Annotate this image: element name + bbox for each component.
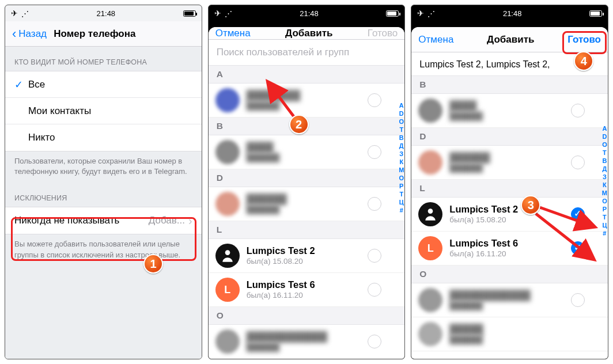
select-radio[interactable]	[368, 283, 381, 297]
avatar	[418, 322, 442, 346]
index-letter[interactable]: #	[400, 207, 403, 214]
airplane-icon	[11, 9, 18, 18]
index-letter[interactable]: М	[602, 189, 607, 196]
contact-lumpics2[interactable]: Lumpics Test 2 был(а) 15.08.20	[411, 198, 608, 232]
contact-name: Lumpics Test 6	[247, 279, 361, 291]
index-letter[interactable]: Ц	[602, 222, 607, 229]
section-D: D	[411, 128, 608, 146]
screen-add-users-selected: ⋰ 21:48 Отмена Добавить Готово Lumpics T…	[411, 5, 608, 359]
avatar	[215, 329, 240, 354]
option-contacts-label: Мои контакты	[28, 105, 91, 117]
index-letter[interactable]: A	[602, 125, 607, 132]
avatar	[418, 98, 442, 123]
index-letter[interactable]: Д	[603, 165, 607, 172]
who-sees-list: ✓ Все ✓ Мои контакты ✓ Никто	[5, 71, 202, 151]
contact-row[interactable]: ██████████	[411, 94, 608, 128]
sheet-title: Добавить	[487, 34, 534, 46]
search-input[interactable]: Поиск пользователей и групп	[209, 40, 405, 66]
done-button[interactable]: Готово	[368, 28, 398, 39]
contact-row[interactable]: ██████████████████	[411, 283, 608, 317]
index-letter[interactable]: Т	[399, 191, 403, 198]
back-button[interactable]: ‹ Назад	[12, 26, 47, 41]
airplane-icon	[214, 9, 221, 18]
index-letter[interactable]: D	[399, 110, 404, 117]
index-letter[interactable]: В	[602, 157, 607, 164]
select-radio[interactable]	[571, 293, 585, 307]
contact-row[interactable]: ████████████	[411, 146, 608, 180]
index-letter[interactable]: В	[399, 134, 404, 141]
contact-row[interactable]: ███████████	[411, 317, 608, 351]
index-letter[interactable]: Р	[603, 206, 607, 213]
contact-sub: был(а) 16.11.20	[449, 249, 564, 259]
sheet-nav: Отмена Добавить Готово	[209, 27, 405, 40]
selected-chips[interactable]: Lumpics Test 2, Lumpics Test 2,	[411, 52, 608, 76]
option-all[interactable]: ✓ Все	[5, 71, 202, 98]
index-letter[interactable]: O	[399, 118, 404, 125]
status-time: 21:48	[97, 9, 116, 18]
index-letter[interactable]: Т	[399, 126, 403, 133]
contact-lumpics2[interactable]: Lumpics Test 2 был(а) 15.08.20	[209, 239, 405, 273]
checkmark-icon: ✓	[14, 78, 28, 91]
alpha-index[interactable]: ADOТВДЗКМОРТЦ#	[602, 125, 607, 237]
svg-point-2	[428, 208, 433, 214]
index-letter[interactable]: Р	[399, 183, 403, 189]
chevron-left-icon: ‹	[12, 26, 16, 41]
avatar: L	[215, 278, 240, 302]
avatar	[215, 192, 240, 216]
index-letter[interactable]: М	[399, 166, 404, 173]
select-radio[interactable]	[571, 207, 585, 221]
index-letter[interactable]: Т	[603, 214, 607, 221]
never-show-row[interactable]: Никогда не показывать Добав... ›	[5, 207, 202, 234]
index-letter[interactable]: D	[602, 133, 607, 140]
wifi-icon: ⋰	[427, 9, 435, 18]
contact-row[interactable]: ██████████	[209, 135, 405, 169]
select-radio[interactable]	[571, 156, 585, 169]
index-letter[interactable]: К	[603, 181, 607, 188]
never-show-value: Добав...	[149, 215, 185, 226]
section-D: D	[209, 169, 405, 187]
option-all-label: Все	[28, 79, 45, 90]
contact-row[interactable]: ██████████████████	[209, 325, 405, 359]
index-letter[interactable]: #	[603, 230, 606, 237]
section-A: A	[209, 66, 405, 84]
select-radio[interactable]	[571, 241, 585, 255]
select-radio[interactable]	[368, 145, 381, 159]
cancel-button[interactable]: Отмена	[418, 34, 453, 46]
cancel-button[interactable]: Отмена	[215, 28, 251, 39]
option-nobody[interactable]: ✓ Никто	[5, 124, 202, 151]
status-bar: ⋰ 21:48	[411, 5, 608, 21]
contact-lumpics6[interactable]: L Lumpics Test 6 был(а) 16.11.20	[411, 232, 608, 266]
wifi-icon: ⋰	[21, 9, 29, 18]
contact-row[interactable]: ██████████████	[209, 84, 405, 117]
index-letter[interactable]: Т	[603, 149, 607, 156]
contact-row[interactable]: ████████████	[209, 187, 405, 221]
select-radio[interactable]	[368, 249, 381, 263]
select-radio[interactable]	[368, 335, 381, 348]
section-B: B	[209, 117, 405, 135]
done-button[interactable]: Готово	[567, 34, 601, 46]
select-radio[interactable]	[368, 93, 381, 107]
select-radio[interactable]	[571, 104, 585, 117]
contact-sub: был(а) 15.08.20	[449, 215, 564, 225]
battery-icon	[589, 10, 602, 17]
index-letter[interactable]: O	[602, 141, 607, 148]
avatar	[418, 150, 442, 175]
option-contacts[interactable]: ✓ Мои контакты	[5, 98, 202, 124]
index-letter[interactable]: О	[399, 175, 404, 181]
index-letter[interactable]: К	[399, 158, 403, 165]
nav-title: Номер телефона	[54, 28, 135, 40]
avatar	[418, 202, 442, 226]
index-letter[interactable]: З	[603, 173, 607, 180]
index-letter[interactable]: Ц	[399, 199, 404, 206]
screen-add-users: ⋰ 21:48 Отмена Добавить Готово Поиск пол…	[208, 5, 406, 359]
index-letter[interactable]: Д	[399, 142, 404, 149]
index-letter[interactable]: A	[399, 102, 404, 109]
avatar	[215, 140, 240, 164]
back-label: Назад	[18, 28, 47, 40]
contact-lumpics6[interactable]: L Lumpics Test 6 был(а) 16.11.20	[209, 273, 405, 307]
alpha-index[interactable]: ADOТВДЗКМОРТЦ#	[399, 102, 404, 214]
status-bar: ⋰ 21:48	[5, 5, 202, 21]
index-letter[interactable]: З	[399, 150, 403, 157]
select-radio[interactable]	[368, 197, 381, 211]
index-letter[interactable]: О	[602, 198, 607, 204]
